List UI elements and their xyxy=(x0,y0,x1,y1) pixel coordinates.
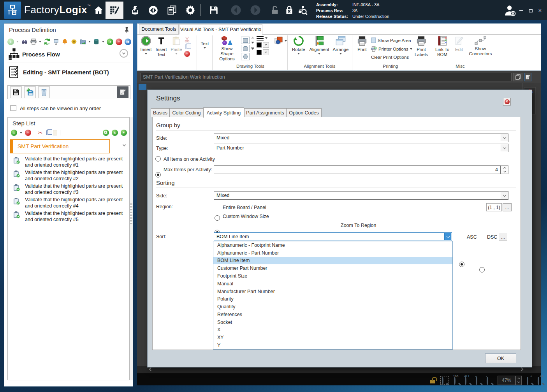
zoom-level-spinner[interactable] xyxy=(515,376,522,385)
combo-dropdown-button[interactable] xyxy=(444,233,451,240)
zoom-step-button[interactable] xyxy=(103,130,109,136)
edit-mode-button[interactable] xyxy=(117,86,128,98)
sort-combo[interactable]: BOM Line Item xyxy=(214,232,452,241)
asc-radio[interactable] xyxy=(459,262,464,267)
delete-shape-button[interactable] xyxy=(184,51,190,57)
step-list-scrollbar[interactable] xyxy=(130,117,133,380)
tab-color-coding[interactable]: Color Coding xyxy=(170,108,203,117)
tab-basics[interactable]: Basics xyxy=(151,108,170,117)
step-item[interactable]: Validate that the highlighted parts are … xyxy=(11,156,128,169)
max-items-spinner[interactable] xyxy=(501,165,508,174)
step-item[interactable]: Validate that the highlighted parts are … xyxy=(11,183,128,197)
import-step-button[interactable] xyxy=(24,86,36,98)
settings-button[interactable] xyxy=(182,2,199,19)
zoom-level-value[interactable]: 47% xyxy=(498,376,515,385)
paste-button[interactable]: Paste xyxy=(169,35,183,54)
save-button[interactable] xyxy=(206,2,222,19)
entire-board-radio[interactable] xyxy=(215,215,220,221)
home-button[interactable] xyxy=(90,2,107,19)
add-step-caret[interactable] xyxy=(20,132,22,134)
copy-button[interactable] xyxy=(46,130,50,135)
line-style-button[interactable] xyxy=(257,36,269,40)
line-color-dropdown[interactable] xyxy=(263,42,269,48)
insert-button[interactable]: Insert xyxy=(139,35,153,54)
export-button[interactable] xyxy=(79,39,86,45)
zoom-window-button[interactable] xyxy=(440,376,449,385)
collapse-process-flow-button[interactable] xyxy=(120,49,128,58)
combo-dropdown-button[interactable] xyxy=(501,192,508,199)
notify-button[interactable] xyxy=(62,39,68,45)
tab-option-codes[interactable]: Option Codes xyxy=(286,108,322,117)
sync-button[interactable] xyxy=(145,2,161,19)
unlock-button[interactable] xyxy=(267,2,283,19)
fill-color-dropdown[interactable] xyxy=(263,49,269,55)
refresh-button[interactable] xyxy=(44,39,50,45)
receive-button[interactable] xyxy=(127,2,143,19)
step-item[interactable]: Validate that the highlighted parts are … xyxy=(11,197,128,210)
show-page-area-button[interactable]: Show Page Area xyxy=(371,37,412,43)
sort-option[interactable]: Manual xyxy=(213,280,452,288)
activate-button[interactable] xyxy=(107,39,113,45)
sort-option[interactable]: Footprint Size xyxy=(213,272,452,280)
print-labels-button[interactable]: Print Labels xyxy=(412,35,430,57)
sort-option-selected[interactable]: BOM Line Item xyxy=(213,257,452,265)
sort-option[interactable]: References xyxy=(213,311,452,318)
move-step-up-button[interactable] xyxy=(112,130,118,136)
zoom-all-button[interactable]: ALL xyxy=(465,378,471,383)
add-process-caret[interactable] xyxy=(16,41,19,42)
find-button[interactable] xyxy=(21,39,28,45)
all-items-radio[interactable] xyxy=(155,156,161,162)
edit-button-ribbon[interactable]: Edit xyxy=(452,35,466,52)
pages-button[interactable] xyxy=(513,73,523,81)
insert-text-button[interactable]: Insert Text xyxy=(154,35,169,57)
tab-activity-splitting[interactable]: Activity Splitting xyxy=(203,107,244,118)
edit-instruction-button[interactable] xyxy=(524,73,531,81)
step-collapse-chevron[interactable] xyxy=(123,143,126,146)
maximize-button[interactable] xyxy=(527,8,534,13)
sort-option[interactable]: Manufacturer Part Number xyxy=(213,288,452,295)
dialog-close-button[interactable] xyxy=(503,98,511,105)
printer-options-button[interactable]: Printer Options xyxy=(371,46,412,52)
zoom-out-fast-button[interactable]: -- xyxy=(476,378,482,383)
groupby-side-combo[interactable]: Mixed xyxy=(214,134,508,142)
work-instruction-input[interactable] xyxy=(140,73,512,81)
sort-more-button[interactable]: … xyxy=(499,233,507,241)
sort-option[interactable]: X xyxy=(213,326,452,334)
zoom-in-button[interactable]: + xyxy=(527,378,533,383)
show-connectors-button[interactable]: Show Connectors xyxy=(468,35,493,56)
zoom-100-button[interactable]: 100 xyxy=(454,378,460,383)
step-item[interactable]: Validate that the highlighted parts are … xyxy=(11,210,128,224)
close-button[interactable] xyxy=(536,8,543,13)
config-button[interactable] xyxy=(70,39,77,45)
alignment-button[interactable]: Alignment xyxy=(309,35,330,54)
gallery-more-button[interactable] xyxy=(251,47,254,50)
forward-button[interactable] xyxy=(247,2,264,19)
sort-option[interactable]: Polarity xyxy=(213,295,452,303)
arrange-button[interactable]: Arrange xyxy=(331,35,350,54)
print-button[interactable] xyxy=(30,39,37,45)
cut-icon[interactable] xyxy=(184,37,190,42)
sort-option[interactable]: Alphanumeric - Footprint Name xyxy=(213,241,452,249)
zoom-out-button[interactable]: - xyxy=(487,378,492,383)
database-caret[interactable] xyxy=(102,41,104,42)
sort-option[interactable]: Y xyxy=(213,341,452,349)
minimize-button[interactable] xyxy=(518,8,525,13)
process-editor-button[interactable] xyxy=(106,2,123,19)
export-caret[interactable] xyxy=(88,41,91,42)
scroll-left-arrow-icon[interactable] xyxy=(149,367,153,371)
audit-button[interactable] xyxy=(294,2,311,19)
dsc-radio[interactable] xyxy=(479,267,485,272)
remove-step-button[interactable] xyxy=(25,130,31,136)
present-button[interactable] xyxy=(53,39,59,45)
sort-option[interactable]: Socket xyxy=(213,318,452,326)
combo-dropdown-button[interactable] xyxy=(501,134,508,141)
print-caret[interactable] xyxy=(39,41,41,42)
tab-part-assignments[interactable]: Part Assignments xyxy=(244,108,286,117)
text-button[interactable]: Text xyxy=(198,41,211,49)
database-button[interactable] xyxy=(93,39,100,45)
back-button[interactable] xyxy=(228,2,244,19)
line-color-picker[interactable] xyxy=(257,42,269,48)
sort-option[interactable]: Quantity xyxy=(213,303,452,311)
pin-button[interactable] xyxy=(124,27,130,35)
tab-visual-aid-tools[interactable]: Visual Aid Tools - SMT Part Verificatio xyxy=(179,24,262,35)
